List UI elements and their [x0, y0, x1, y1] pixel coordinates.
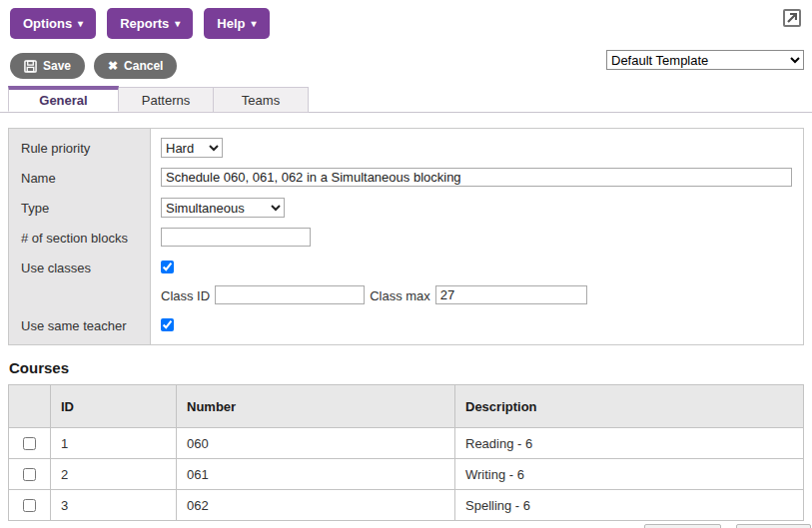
empty-label: [9, 285, 150, 288]
chevron-down-icon: ▾: [251, 19, 256, 29]
cancel-x-icon: ✖: [108, 60, 118, 72]
options-menu-label: Options: [23, 16, 72, 31]
tab-patterns[interactable]: Patterns: [119, 87, 214, 113]
number-column-header: Number: [177, 385, 455, 428]
use-classes-checkbox[interactable]: [161, 261, 174, 273]
name-input[interactable]: [161, 168, 792, 187]
section-blocks-row: # of section blocks: [9, 228, 803, 258]
course-id-cell: 2: [51, 459, 177, 490]
open-in-new-window-icon: [787, 13, 797, 23]
name-row: Name: [9, 168, 803, 198]
tab-general[interactable]: General: [8, 86, 119, 112]
courses-section-title: Courses: [9, 359, 69, 376]
save-floppy-icon: [24, 60, 37, 73]
course-description-cell: Writing - 6: [455, 459, 804, 490]
tab-teams-label: Teams: [242, 93, 280, 108]
rule-priority-row: Rule priority Hard: [9, 138, 803, 168]
course-number-cell: 062: [177, 490, 455, 521]
id-column-header: ID: [51, 385, 177, 428]
tab-bar: General Patterns Teams: [0, 86, 812, 113]
course-row-checkbox[interactable]: [23, 437, 36, 450]
course-id-cell: 3: [51, 490, 177, 521]
table-row: 2 061 Writing - 6: [9, 459, 804, 490]
select-column-header: [9, 385, 51, 428]
class-id-input[interactable]: [215, 285, 365, 304]
menubar: Options ▾ Reports ▾ Help ▾: [10, 8, 270, 39]
course-row-checkbox[interactable]: [23, 499, 36, 512]
use-same-teacher-checkbox[interactable]: [161, 318, 174, 331]
course-number-cell: 060: [177, 428, 455, 459]
class-max-input[interactable]: [435, 285, 587, 304]
help-menu-label: Help: [217, 16, 245, 31]
general-form-panel: Rule priority Hard Name Type Simultaneou…: [8, 128, 804, 345]
help-menu-button[interactable]: Help ▾: [204, 8, 269, 39]
tab-teams[interactable]: Teams: [214, 87, 309, 113]
course-description-cell: Reading - 6: [455, 428, 804, 459]
rule-priority-select[interactable]: Hard: [161, 138, 223, 158]
course-number-cell: 061: [177, 459, 455, 490]
table-row: 3 062 Spelling - 6: [9, 490, 804, 521]
options-menu-button[interactable]: Options ▾: [10, 8, 96, 39]
description-column-header: Description: [455, 385, 804, 428]
section-blocks-label: # of section blocks: [9, 228, 150, 246]
section-blocks-input[interactable]: [161, 228, 311, 247]
tab-general-label: General: [39, 93, 87, 108]
bottom-left-cutoff-button[interactable]: [644, 524, 721, 528]
name-label: Name: [9, 168, 150, 186]
class-max-label: Class max: [370, 285, 430, 303]
template-select[interactable]: Default Template: [606, 50, 804, 70]
reports-menu-label: Reports: [120, 16, 169, 31]
chevron-down-icon: ▾: [175, 19, 180, 29]
action-buttons: Save ✖ Cancel: [10, 53, 177, 79]
type-row: Type Simultaneous: [9, 198, 803, 228]
cancel-button-label: Cancel: [124, 59, 163, 73]
use-same-teacher-row: Use same teacher: [9, 315, 803, 343]
save-button[interactable]: Save: [10, 53, 85, 79]
course-row-checkbox[interactable]: [23, 468, 36, 481]
rule-priority-label: Rule priority: [9, 138, 150, 156]
class-id-max-row: Class ID Class max: [9, 285, 803, 315]
cancel-button[interactable]: ✖ Cancel: [94, 53, 177, 79]
table-row: 1 060 Reading - 6: [9, 428, 804, 459]
course-description-cell: Spelling - 6: [455, 490, 804, 521]
type-label: Type: [9, 198, 150, 216]
reports-menu-button[interactable]: Reports ▾: [107, 8, 193, 39]
class-id-label: Class ID: [161, 285, 210, 303]
course-id-cell: 1: [51, 428, 177, 459]
courses-table: ID Number Description 1 060 Reading - 6 …: [8, 384, 804, 521]
open-in-new-window-button[interactable]: [783, 9, 801, 27]
use-classes-row: Use classes: [9, 258, 803, 285]
use-classes-label: Use classes: [9, 258, 150, 275]
rule-editor-page: Options ▾ Reports ▾ Help ▾ Save ✖ Can: [0, 0, 812, 528]
tab-patterns-label: Patterns: [142, 93, 190, 108]
save-button-label: Save: [43, 59, 71, 73]
type-select[interactable]: Simultaneous: [161, 198, 285, 218]
courses-header-row: ID Number Description: [9, 385, 804, 428]
use-same-teacher-label: Use same teacher: [9, 315, 150, 333]
chevron-down-icon: ▾: [78, 19, 83, 29]
bottom-right-cutoff-button[interactable]: [736, 524, 811, 528]
